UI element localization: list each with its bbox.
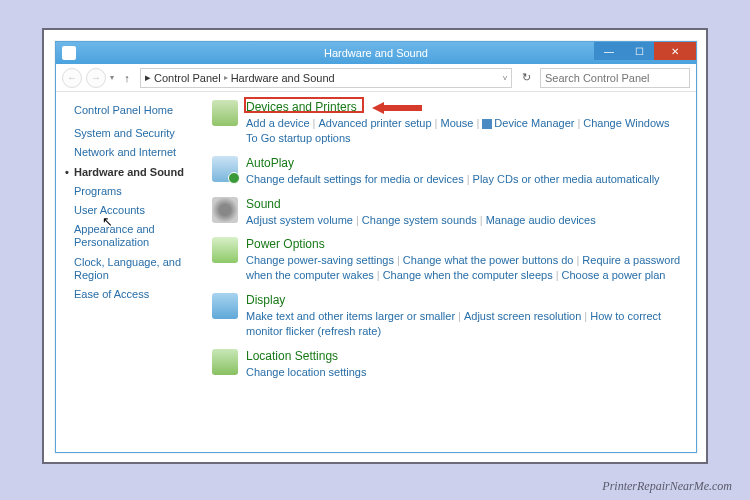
category-links: Change default settings for media or dev… (246, 172, 682, 187)
category-icon (212, 197, 238, 223)
category-icon (212, 100, 238, 126)
category-sublink[interactable]: Add a device (246, 117, 310, 129)
category-icon (212, 349, 238, 375)
maximize-button[interactable]: ☐ (624, 42, 654, 60)
window-title: Hardware and Sound (324, 47, 428, 59)
category-icon (212, 156, 238, 182)
category-title-link[interactable]: Display (246, 293, 682, 307)
category-sublink[interactable]: Play CDs or other media automatically (473, 173, 660, 185)
minimize-button[interactable]: — (594, 42, 624, 60)
category-links: Adjust system volume|Change system sound… (246, 213, 682, 228)
category-title-link[interactable]: Location Settings (246, 349, 682, 363)
category-links: Change location settings (246, 365, 682, 380)
sidebar-item[interactable]: Clock, Language, and Region (74, 256, 196, 282)
title-bar: Hardware and Sound — ☐ ✕ (56, 42, 696, 64)
category-section: DisplayMake text and other items larger … (212, 293, 682, 339)
category-title-link[interactable]: AutoPlay (246, 156, 682, 170)
category-title-link[interactable]: Power Options (246, 237, 682, 251)
window-controls: — ☐ ✕ (594, 42, 696, 64)
control-panel-window: Hardware and Sound — ☐ ✕ ← → ▾ ↑ ▸ Contr… (55, 41, 697, 453)
category-sublink[interactable]: Change default settings for media or dev… (246, 173, 464, 185)
chevron-down-icon[interactable]: v (503, 73, 507, 82)
category-links: Make text and other items larger or smal… (246, 309, 682, 339)
category-sublink[interactable]: Change when the computer sleeps (383, 269, 553, 281)
category-section: AutoPlayChange default settings for medi… (212, 156, 682, 187)
category-sublink[interactable]: Adjust system volume (246, 214, 353, 226)
category-sublink[interactable]: Change what the power buttons do (403, 254, 574, 266)
category-sublink[interactable]: Change power-saving settings (246, 254, 394, 266)
attribution-text: PrinterRepairNearMe.com (602, 479, 732, 494)
category-section: Location SettingsChange location setting… (212, 349, 682, 380)
sidebar-item[interactable]: Hardware and Sound (74, 166, 196, 179)
category-icon (212, 237, 238, 263)
category-icon (212, 293, 238, 319)
breadcrumb[interactable]: ▸ Control Panel ▸ Hardware and Sound v (140, 68, 512, 88)
address-bar: ← → ▾ ↑ ▸ Control Panel ▸ Hardware and S… (56, 64, 696, 92)
category-section: Power OptionsChange power-saving setting… (212, 237, 682, 283)
category-section: Devices and PrintersAdd a device|Advance… (212, 100, 682, 146)
breadcrumb-item[interactable]: Hardware and Sound (231, 72, 335, 84)
sidebar-item[interactable]: Appearance and Personalization (74, 223, 196, 249)
category-section: SoundAdjust system volume|Change system … (212, 197, 682, 228)
category-links: Change power-saving settings|Change what… (246, 253, 682, 283)
category-title-link[interactable]: Sound (246, 197, 682, 211)
category-sublink[interactable]: Manage audio devices (486, 214, 596, 226)
sidebar-item[interactable]: System and Security (74, 127, 196, 140)
sidebar: Control Panel Home System and SecurityNe… (56, 92, 206, 452)
category-sublink[interactable]: Change location settings (246, 366, 366, 378)
category-sublink[interactable]: Mouse (440, 117, 473, 129)
forward-button[interactable]: → (86, 68, 106, 88)
breadcrumb-icon: ▸ (145, 71, 151, 84)
chevron-right-icon: ▸ (224, 73, 228, 82)
category-sublink[interactable]: Advanced printer setup (318, 117, 431, 129)
category-sublink[interactable]: Adjust screen resolution (464, 310, 581, 322)
device-manager-icon (482, 119, 492, 129)
sidebar-home-link[interactable]: Control Panel Home (74, 104, 196, 117)
screenshot-frame: Hardware and Sound — ☐ ✕ ← → ▾ ↑ ▸ Contr… (42, 28, 708, 464)
up-button[interactable]: ↑ (118, 69, 136, 87)
category-sublink[interactable]: Make text and other items larger or smal… (246, 310, 455, 322)
category-sublink[interactable]: Choose a power plan (562, 269, 666, 281)
category-title-link[interactable]: Devices and Printers (246, 100, 682, 114)
sidebar-item[interactable]: Ease of Access (74, 288, 196, 301)
breadcrumb-item[interactable]: Control Panel (154, 72, 221, 84)
history-dropdown-icon[interactable]: ▾ (110, 73, 114, 82)
window-icon (62, 46, 76, 60)
sidebar-item[interactable]: Network and Internet (74, 146, 196, 159)
search-input[interactable] (540, 68, 690, 88)
close-button[interactable]: ✕ (654, 42, 696, 60)
back-button[interactable]: ← (62, 68, 82, 88)
sidebar-item[interactable]: Programs (74, 185, 196, 198)
category-sublink[interactable]: Device Manager (494, 117, 574, 129)
sidebar-item[interactable]: User Accounts (74, 204, 196, 217)
refresh-button[interactable]: ↻ (516, 71, 536, 84)
category-sublink[interactable]: Change system sounds (362, 214, 477, 226)
main-content: Devices and PrintersAdd a device|Advance… (206, 92, 696, 452)
category-links: Add a device|Advanced printer setup|Mous… (246, 116, 682, 146)
